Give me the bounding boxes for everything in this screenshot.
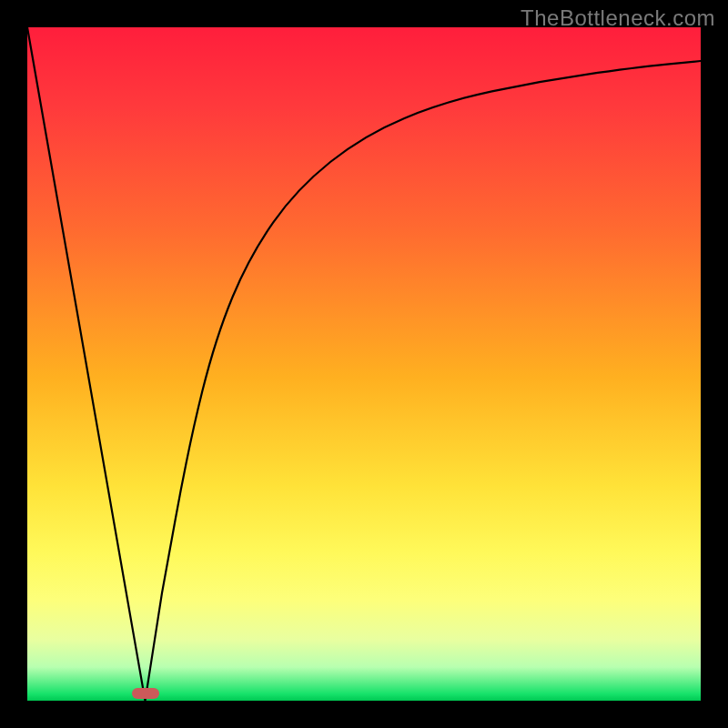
bottleneck-curve	[27, 27, 701, 701]
curve-svg	[27, 27, 701, 701]
plot-area	[27, 27, 701, 701]
chart-frame: TheBottleneck.com	[0, 0, 728, 728]
minimum-marker	[132, 688, 159, 699]
